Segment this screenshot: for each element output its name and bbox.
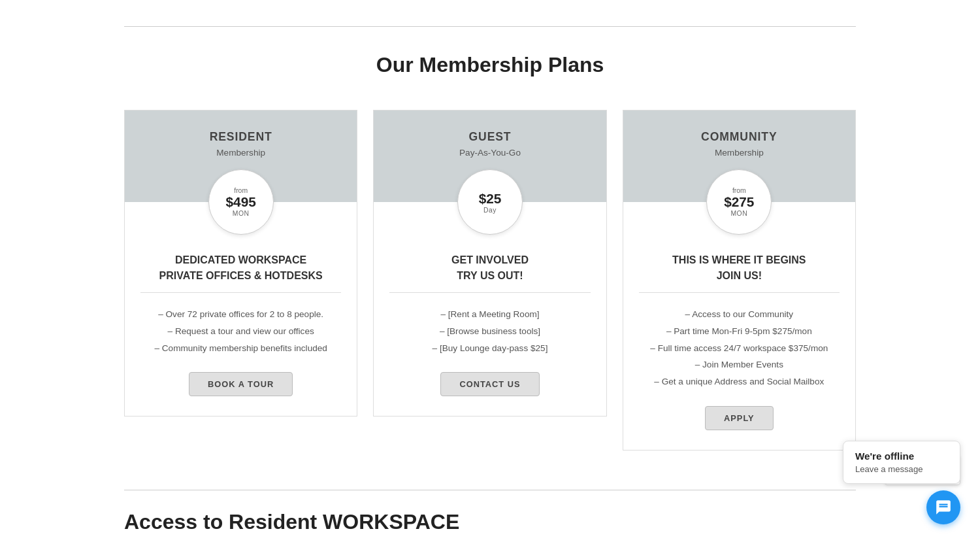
plan-tagline1-resident: DEDICATED WORKSPACE — [140, 254, 341, 266]
plan-subtitle-community: Membership — [636, 148, 842, 158]
price-from-community: from — [732, 187, 746, 194]
plan-body-resident: DEDICATED WORKSPACE PRIVATE OFFICES & HO… — [125, 235, 357, 416]
plan-cta-button-resident[interactable]: BOOK A TOUR — [189, 372, 293, 396]
feature-item: – Over 72 private offices for 2 to 8 peo… — [140, 306, 341, 323]
plan-features-guest: – [Rent a Meeting Room]– [Browse busines… — [389, 306, 590, 356]
plan-price-circle-community: from $275 MON — [706, 169, 772, 235]
plan-tagline2-guest: TRY US OUT! — [389, 270, 590, 282]
plan-title-community: COMMUNITY — [636, 130, 842, 144]
feature-item: – Access to our Community — [639, 306, 840, 323]
section-title: Our Membership Plans — [124, 53, 856, 77]
plan-subtitle-resident: Membership — [138, 148, 344, 158]
plans-grid: RESIDENT Membership from $495 MON DEDICA… — [124, 110, 856, 450]
price-period-resident: MON — [233, 210, 250, 217]
bottom-heading: Access to Resident WORKSPACE — [124, 510, 856, 534]
chat-icon — [935, 499, 952, 516]
plan-price-circle-resident: from $495 MON — [208, 169, 274, 235]
price-amount-guest: $25 — [479, 191, 502, 207]
price-period-community: MON — [730, 210, 747, 217]
chat-offline-title: We're offline — [855, 450, 948, 462]
plan-subtitle-guest: Pay-As-You-Go — [387, 148, 593, 158]
chat-widget: We're offline Leave a message — [843, 441, 960, 524]
plan-body-guest: GET INVOLVED TRY US OUT! – [Rent a Meeti… — [374, 235, 606, 416]
price-period-guest: Day — [483, 207, 497, 214]
plan-features-resident: – Over 72 private offices for 2 to 8 peo… — [140, 306, 341, 356]
plan-tagline2-resident: PRIVATE OFFICES & HOTDESKS — [140, 270, 341, 282]
feature-item: – [Browse business tools] — [389, 323, 590, 340]
plan-tagline2-community: JOIN US! — [639, 270, 840, 282]
chat-open-button[interactable] — [926, 490, 960, 524]
plan-title-resident: RESIDENT — [138, 130, 344, 144]
plan-cta-button-guest[interactable]: CONTACT US — [440, 372, 539, 396]
plan-card-community: COMMUNITY Membership from $275 MON THIS … — [623, 110, 856, 450]
plan-features-community: – Access to our Community– Part time Mon… — [639, 306, 840, 390]
price-amount-resident: $495 — [226, 194, 256, 210]
feature-item: – [Buy Lounge day-pass $25] — [389, 340, 590, 357]
feature-item: – Community membership benefits included — [140, 340, 341, 357]
chat-offline-sub: Leave a message — [855, 464, 948, 474]
plan-card-guest: GUEST Pay-As-You-Go $25 Day GET INVOLVED… — [373, 110, 606, 416]
plan-cta-button-community[interactable]: APPLY — [705, 406, 774, 430]
plan-card-resident: RESIDENT Membership from $495 MON DEDICA… — [124, 110, 357, 416]
feature-item: – Get a unique Address and Social Mailbo… — [639, 373, 840, 390]
feature-item: – Full time access 24/7 workspace $375/m… — [639, 340, 840, 357]
plan-divider-community — [639, 292, 840, 293]
plan-title-guest: GUEST — [387, 130, 593, 144]
feature-item: – [Rent a Meeting Room] — [389, 306, 590, 323]
plan-divider-resident — [140, 292, 341, 293]
plan-divider-guest — [389, 292, 590, 293]
feature-item: – Part time Mon-Fri 9-5pm $275/mon — [639, 323, 840, 340]
price-from-resident: from — [234, 187, 248, 194]
plan-price-circle-guest: $25 Day — [457, 169, 523, 235]
bottom-divider — [124, 490, 856, 490]
chat-bubble: We're offline Leave a message — [843, 441, 960, 484]
plan-body-community: THIS IS WHERE IT BEGINS JOIN US! – Acces… — [623, 235, 855, 450]
feature-item: – Join Member Events — [639, 356, 840, 373]
plan-tagline1-guest: GET INVOLVED — [389, 254, 590, 266]
plan-tagline1-community: THIS IS WHERE IT BEGINS — [639, 254, 840, 266]
feature-item: – Request a tour and view our offices — [140, 323, 341, 340]
page-wrapper: Our Membership Plans RESIDENT Membership… — [111, 0, 869, 544]
price-amount-community: $275 — [724, 194, 754, 210]
top-divider — [124, 26, 856, 27]
